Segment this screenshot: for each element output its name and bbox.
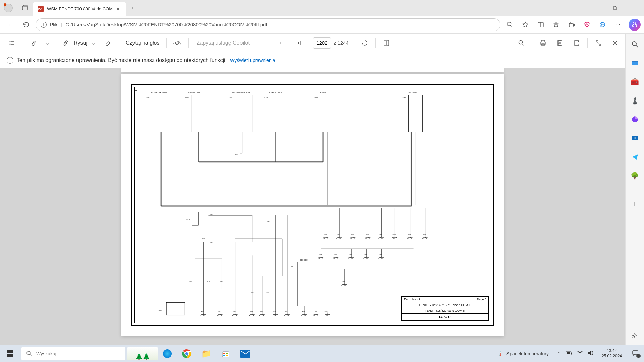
sidebar-search-icon[interactable] [630,40,640,49]
diagram-title-block: Earth layoutPage 6 FENDT 712/714/716/718… [401,296,489,321]
sidebar-outlook-icon[interactable]: O [630,133,640,143]
back-button[interactable]: ← [3,18,17,32]
page-view-button[interactable] [380,37,392,49]
sidebar-games-icon[interactable]: ♟️ [630,96,640,105]
permissions-link[interactable]: Wyświetl uprawnienia [230,58,275,63]
fit-width-button[interactable] [291,37,303,49]
svg-text:X554: X554 [366,233,369,235]
tray-expand-icon[interactable]: ⌃ [557,351,561,356]
close-window-button[interactable] [625,0,644,16]
more-icon[interactable]: ⋯ [611,18,625,32]
svg-text:E-box engine control: E-box engine control [151,91,167,93]
svg-text:A002: A002 [264,97,268,99]
browser-tab[interactable]: PDF WSM FENDT 700 800 Vario COM ✕ [33,2,126,16]
fullscreen-button[interactable] [592,37,604,49]
svg-text:EDC-OBD: EDC-OBD [300,259,308,261]
svg-text:Terminal: Terminal [319,91,326,93]
taskbar-store-icon[interactable] [216,345,235,362]
svg-line-194 [365,257,365,259]
url-input[interactable]: i Plik | C:/Users/VagSoft/Desktop/WSM%20… [36,18,500,31]
zoom-out-button[interactable]: − [258,37,270,49]
svg-text:X749: X749 [220,281,223,283]
copilot-search[interactable]: Zapytaj usługę Copilot [193,40,253,46]
search-highlight[interactable]: 🌲🌲 [127,347,158,360]
taskbar-edge-icon[interactable] [158,345,177,362]
svg-line-164 [409,237,409,239]
tray-clock[interactable]: 13:42 25.02.2024 [598,348,625,359]
extensions-icon[interactable] [565,18,578,32]
ie-mode-icon[interactable] [596,18,609,32]
read-aloud-button[interactable]: Czytaj na głos [124,40,162,46]
site-info-icon[interactable]: i [41,22,47,28]
sidebar-tools-icon[interactable]: 🧰 [630,77,640,86]
taskbar-mail-icon[interactable] [235,345,255,362]
rotate-button[interactable] [359,37,371,49]
sidebar-shopping-icon[interactable] [630,58,640,68]
svg-line-141 [353,237,353,239]
svg-line-176 [319,257,320,259]
svg-line-142 [354,237,355,239]
taskbar-search[interactable]: Wyszukaj [21,347,125,360]
maximize-button[interactable] [605,0,625,16]
sidebar-add-icon[interactable]: + [630,199,640,209]
tray-battery-icon[interactable] [566,351,572,356]
zoom-icon[interactable] [503,18,517,32]
svg-line-8 [511,25,512,27]
tray-wifi-icon[interactable] [577,351,583,356]
highlight-dropdown[interactable]: ⌵ [45,37,50,49]
highlight-button[interactable] [28,37,40,49]
svg-point-7 [507,22,511,26]
start-button[interactable] [0,345,20,362]
svg-text:X1751: X1751 [324,311,328,312]
contents-button[interactable] [6,37,18,49]
split-screen-icon[interactable] [534,18,547,32]
svg-line-112 [305,315,306,316]
sidebar-send-icon[interactable] [630,152,640,162]
erase-button[interactable] [102,37,114,49]
draw-button[interactable]: Rysuj ⌵ [60,37,97,49]
new-tab-button[interactable]: ＋ [126,1,140,15]
svg-line-195 [366,257,367,259]
zoom-in-button[interactable]: + [274,37,286,49]
svg-rect-267 [633,351,638,355]
favorite-icon[interactable] [519,18,532,32]
sidebar-tree-icon[interactable]: 🌳 [630,171,640,180]
svg-text:X503: X503 [233,311,236,312]
info-icon: i [7,57,13,64]
tab-actions-button[interactable] [17,0,33,16]
svg-text:X643: X643 [235,154,239,155]
translate-button[interactable]: aあ [171,37,183,49]
svg-line-190 [352,257,353,259]
save-button[interactable] [554,37,566,49]
taskbar-explorer-icon[interactable]: 📁 [197,345,216,362]
minimize-button[interactable] [586,0,605,16]
pdf-settings-button[interactable] [609,37,621,49]
page-number-input[interactable] [313,37,331,49]
health-icon[interactable] [580,18,594,32]
svg-text:X638: X638 [189,281,192,283]
svg-text:X748: X748 [207,281,210,283]
pen-icon [62,40,69,46]
tab-close-button[interactable]: ✕ [116,6,121,12]
refresh-button[interactable] [19,18,33,32]
taskbar-chrome-icon[interactable] [177,345,197,362]
copilot-button[interactable] [629,19,641,31]
collections-icon[interactable] [549,18,563,32]
sidebar-office-icon[interactable] [630,115,640,124]
tray-notifications[interactable]: 6 [630,350,641,357]
svg-line-153 [381,237,382,239]
svg-line-187 [348,257,349,259]
svg-rect-54 [298,262,313,306]
pdf-viewport[interactable]: E-box engine control Control console Ins… [0,68,625,345]
svg-text:X580: X580 [342,280,345,282]
find-button[interactable] [515,37,527,49]
profile-button[interactable] [0,0,17,16]
tray-volume-icon[interactable] [588,350,594,357]
sidebar-settings-button[interactable] [629,330,640,341]
save-as-button[interactable] [571,37,583,49]
taskbar-weather[interactable]: 🌡️ Spadek temperatury [493,351,553,356]
svg-line-92 [261,315,261,316]
svg-line-166 [411,237,412,239]
pdf-toolbar: ⌵ Rysuj ⌵ Czytaj na głos aあ Zapytaj usłu… [0,34,644,52]
print-button[interactable] [537,37,549,49]
